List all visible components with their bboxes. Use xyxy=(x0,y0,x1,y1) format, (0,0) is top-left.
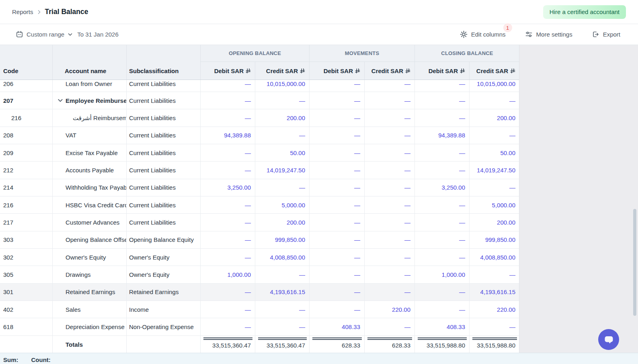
cell-value: — xyxy=(201,214,255,231)
chevron-down-icon[interactable] xyxy=(57,98,63,103)
date-range-label: Custom range xyxy=(27,31,64,38)
table-row[interactable]: 207Employee ReimbursementCurrent Liabili… xyxy=(0,92,519,109)
cell-value: — xyxy=(365,127,415,144)
cell-code: 206 xyxy=(0,80,53,92)
export-icon xyxy=(592,31,599,38)
table-row[interactable]: 206Loan from OwnerCurrent Liabilities—10… xyxy=(0,80,519,92)
table-row[interactable]: 305DrawingsOwner's Equity1,000.00———1,00… xyxy=(0,266,519,283)
cell-value: 10,015,000.00 xyxy=(255,80,310,92)
cell-code: 208 xyxy=(0,127,53,144)
cell-value: — xyxy=(310,231,365,248)
cell-subclassification: Owner's Equity xyxy=(127,249,201,266)
cell-account: Drawings xyxy=(53,266,127,283)
cell-account: Customer Advances xyxy=(53,214,127,231)
table-header: Code Account name Subclassification OPEN… xyxy=(0,45,519,80)
totals-value: 33,515,360.47 xyxy=(201,336,255,353)
cell-value: — xyxy=(255,301,310,318)
totals-value: 628.33 xyxy=(365,336,415,353)
cell-value: — xyxy=(201,249,255,266)
cell-value: — xyxy=(255,127,310,144)
table-row[interactable]: 302Owner's EquityOwner's Equity—4,008,85… xyxy=(0,249,519,266)
cell-code: 303 xyxy=(0,231,53,248)
cell-value: 4,193,616.15 xyxy=(470,284,519,301)
cell-value: — xyxy=(470,179,519,196)
cell-account: Excise Tax Payable xyxy=(53,144,127,161)
table-row[interactable]: 618Depreciation ExpenseNon-Operating Exp… xyxy=(0,318,519,335)
export-button[interactable]: Export xyxy=(592,31,620,38)
breadcrumb-reports[interactable]: Reports xyxy=(12,8,33,15)
table-body: 206Loan from OwnerCurrent Liabilities—10… xyxy=(0,80,519,336)
cell-subclassification: Current Liabilities xyxy=(127,127,201,144)
cell-value: — xyxy=(310,214,365,231)
header-code[interactable]: Code xyxy=(0,45,53,80)
table-row[interactable]: 214Withholding Tax PayableCurrent Liabil… xyxy=(0,179,519,196)
cell-value: 1,000.00 xyxy=(201,266,255,283)
totals-double-rule xyxy=(203,337,252,338)
edit-columns-badge: 1 xyxy=(503,23,512,32)
table-row[interactable]: 216HSBC Visa Credit CardCurrent Liabilit… xyxy=(0,196,519,214)
vertical-scrollbar[interactable] xyxy=(633,209,636,316)
cell-value: — xyxy=(201,196,255,213)
edit-columns-button[interactable]: Edit columns 1 xyxy=(460,31,506,38)
cell-code: 209 xyxy=(0,144,53,161)
cell-value: — xyxy=(310,92,365,109)
header-closing-debit[interactable]: Debit SAR xyxy=(415,62,470,80)
more-settings-button[interactable]: More settings xyxy=(525,31,572,38)
table-row[interactable]: 216أشرقت ReimbursementCurrent Liabilitie… xyxy=(0,109,519,127)
cell-value: — xyxy=(255,92,310,109)
more-settings-label: More settings xyxy=(536,31,572,38)
table-row[interactable]: 209Excise Tax PayableCurrent Liabilities… xyxy=(0,144,519,162)
totals-double-rule xyxy=(418,337,467,338)
chat-bubble-icon xyxy=(603,335,614,345)
cell-value: 3,250.00 xyxy=(415,179,470,196)
header-opening-credit[interactable]: Credit SAR xyxy=(255,62,310,80)
cell-value: 200.00 xyxy=(255,214,310,231)
cell-value: — xyxy=(201,231,255,248)
cell-value: — xyxy=(470,92,519,109)
cell-value: 5,000.00 xyxy=(470,196,519,213)
chevron-down-icon xyxy=(68,33,72,36)
cell-subclassification: Current Liabilities xyxy=(127,179,201,196)
header-movements-debit[interactable]: Debit SAR xyxy=(310,62,365,80)
totals-double-rule xyxy=(367,337,412,338)
table-row[interactable]: 208VATCurrent Liabilities94,389.88———94,… xyxy=(0,127,519,144)
cell-value: — xyxy=(255,266,310,283)
totals-value: 33,515,360.47 xyxy=(255,336,310,353)
table-row[interactable]: 301Retained EarningsRetained Earnings—4,… xyxy=(0,284,519,301)
cell-value: — xyxy=(365,249,415,266)
cell-value: — xyxy=(415,249,470,266)
cell-value: — xyxy=(365,318,415,335)
header-movements-credit[interactable]: Credit SAR xyxy=(365,62,415,80)
cell-account: أشرقت Reimbursement xyxy=(53,109,127,126)
header-subclassification[interactable]: Subclassification xyxy=(127,45,201,80)
header-closing-credit[interactable]: Credit SAR xyxy=(470,62,519,80)
header-account-name[interactable]: Account name xyxy=(53,45,127,80)
table-row[interactable]: 212Accounts PayableCurrent Liabilities—1… xyxy=(0,162,519,179)
cell-value: 3,250.00 xyxy=(201,179,255,196)
chat-widget-button[interactable] xyxy=(598,329,619,350)
table-row[interactable]: 217Customer AdvancesCurrent Liabilities—… xyxy=(0,214,519,231)
report-toolbar: Custom range To 31 Jan 2026 Edit columns… xyxy=(0,24,638,45)
cell-account: VAT xyxy=(53,127,127,144)
cell-code: 216 xyxy=(0,196,53,213)
count-label: Count: xyxy=(31,356,51,363)
cell-code: 402 xyxy=(0,301,53,318)
cell-account: Depreciation Expense xyxy=(53,318,127,335)
hire-accountant-button[interactable]: Hire a certified accountant xyxy=(543,5,626,19)
cell-value: — xyxy=(415,144,470,161)
totals-code-cell xyxy=(0,336,53,353)
cell-value: 14,019,247.50 xyxy=(470,162,519,178)
date-range-picker[interactable]: Custom range xyxy=(16,31,72,38)
cell-value: — xyxy=(201,109,255,126)
chevron-right-icon xyxy=(37,10,41,14)
cell-value: — xyxy=(201,284,255,301)
table-row[interactable]: 402SalesIncome———220.00—220.00 xyxy=(0,301,519,318)
cell-value: — xyxy=(365,214,415,231)
cell-account: Owner's Equity xyxy=(53,249,127,266)
cell-value: — xyxy=(470,127,519,144)
header-opening-debit[interactable]: Debit SAR xyxy=(201,62,255,80)
cell-subclassification: Opening Balance Equity xyxy=(127,231,201,248)
cell-value: 1,000.00 xyxy=(415,266,470,283)
table-row[interactable]: 303Opening Balance OffsetOpening Balance… xyxy=(0,231,519,249)
cell-value: — xyxy=(415,214,470,231)
